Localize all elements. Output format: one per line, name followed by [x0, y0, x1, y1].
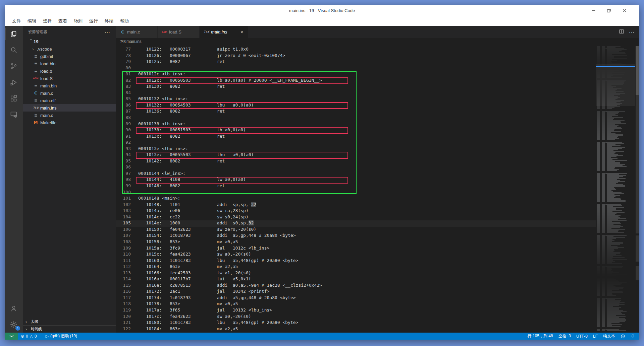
code-line-120: 120 1017c: fea42623 sw a0,-20(s0)	[116, 314, 596, 320]
tab-main.c[interactable]: Cmain.c	[116, 26, 158, 38]
minimap-line	[596, 56, 635, 56]
minimap-line	[596, 237, 635, 238]
tree-item-Makefile[interactable]: MMakefile	[23, 119, 116, 126]
tab-close-icon[interactable]: ×	[239, 29, 245, 35]
problems-status[interactable]: ⊘ 0 △ 0	[18, 333, 40, 340]
tree-item-main.o[interactable]: ≣main.o	[23, 112, 116, 119]
tree-item-main.elf[interactable]: ≣main.elf	[23, 97, 116, 104]
breadcrumb-item[interactable]: main.ins	[126, 39, 142, 44]
activity-run-and-debug-icon[interactable]	[5, 74, 23, 90]
instruction-text: 1015c: fea42623 sw a0,-20(s0)	[138, 252, 251, 258]
code-line-99: 99 10146: 8082 ret	[116, 183, 596, 190]
indentation[interactable]: 空格: 3	[556, 333, 574, 340]
minimap-line	[596, 159, 635, 160]
minimap-line	[596, 73, 635, 73]
minimap-line	[596, 204, 635, 205]
minimap-line	[596, 195, 635, 196]
eol[interactable]: LF	[590, 333, 600, 340]
remote-indicator[interactable]: ><	[5, 333, 18, 340]
encoding[interactable]: UTF-8	[574, 333, 590, 340]
menu-item-转到[interactable]: 转到	[70, 16, 86, 26]
activity-search-icon[interactable]	[5, 42, 23, 58]
tab-load.S[interactable]: ASMload.S	[158, 26, 200, 38]
minimap-line	[596, 219, 635, 220]
breadcrumb[interactable]: TEX main.ins	[116, 38, 639, 45]
notifications-bell-icon[interactable]	[628, 333, 639, 340]
activity-explorer-icon[interactable]	[5, 26, 23, 42]
instruction-text: 1013e: 00055503 lhu a0,0(a0)	[138, 152, 254, 158]
minimap-line	[596, 291, 635, 291]
split-editor-icon[interactable]	[619, 29, 624, 36]
minimize-button[interactable]	[590, 7, 597, 14]
sidebar-panel-时间线[interactable]: ›时间线	[23, 325, 116, 333]
tree-item-load.o[interactable]: ≣load.o	[23, 67, 116, 75]
instruction-text: 10136: 8082 ret	[138, 109, 225, 115]
titlebar[interactable]: main.ins - 19 - Visual Studio Code	[5, 5, 639, 16]
tab-main.ins[interactable]: TEXmain.ins×	[200, 26, 249, 38]
minimap-line	[596, 62, 635, 62]
minimap-line	[596, 112, 635, 113]
code-line-82: 82 1012c: 00050503 lb a0,0(a0) # 20000 <…	[116, 78, 596, 84]
minimap-line	[596, 130, 635, 131]
minimap-line	[596, 201, 635, 202]
settings-badge: 1	[15, 326, 20, 331]
minimap[interactable]	[596, 45, 635, 333]
activity-remote-explorer-icon[interactable]	[5, 107, 23, 123]
minimap-line	[596, 181, 635, 182]
minimap-line	[596, 301, 635, 301]
minimap-line	[596, 225, 635, 226]
explorer-more-actions-icon[interactable]: ···	[105, 29, 110, 35]
code-line-79: 79 1012a: 8082 ret	[116, 59, 596, 65]
minimap-line	[596, 276, 635, 276]
minimap-line	[596, 127, 635, 128]
line-number: 95	[116, 158, 135, 165]
restore-button[interactable]	[605, 7, 612, 14]
vertical-scrollbar[interactable]	[635, 45, 639, 333]
sidebar-panel-大纲[interactable]: ›大纲	[23, 318, 116, 325]
line-number: 98	[116, 177, 135, 183]
editor-more-actions-icon[interactable]: ···	[629, 29, 635, 35]
minimap-line	[596, 48, 635, 48]
tree-item-gdbinit[interactable]: ≣gdbinit	[23, 53, 116, 60]
minimap-line	[596, 287, 635, 287]
minimap-line	[596, 283, 635, 283]
tree-item-main.ins[interactable]: TEXmain.ins	[23, 104, 116, 112]
minimap-line	[596, 319, 635, 320]
activity-accounts-icon[interactable]	[5, 300, 23, 317]
tree-item-load.S[interactable]: ASMload.S	[23, 75, 116, 82]
tree-item-main.bin[interactable]: ≣main.bin	[23, 82, 116, 89]
line-number: 109	[116, 246, 135, 252]
minimap-line	[596, 292, 635, 292]
feedback-icon[interactable]	[618, 333, 628, 340]
minimap-line	[596, 139, 635, 140]
menu-item-编辑[interactable]: 编辑	[24, 16, 40, 26]
code-line-98: 98 10144: 4108 lw a0,0(a0)	[116, 177, 596, 183]
menu-item-帮助[interactable]: 帮助	[117, 16, 132, 26]
minimap-line	[596, 158, 635, 159]
menu-item-运行[interactable]: 运行	[86, 16, 101, 26]
instruction-text: 10166: fec42583 lw a1,-20(s0)	[138, 270, 251, 277]
minimap-line	[596, 93, 635, 93]
cursor-position[interactable]: 行 105，列 48	[525, 333, 556, 340]
line-number: 105	[116, 220, 135, 227]
activity-source-control-icon[interactable]	[5, 58, 23, 74]
scrollbar-thumb[interactable]	[636, 46, 639, 95]
menu-item-文件[interactable]: 文件	[9, 16, 24, 26]
menu-item-选择[interactable]: 选择	[40, 16, 55, 26]
tree-item-.vscode[interactable]: ›.vscode	[23, 45, 116, 53]
activity-extensions-icon[interactable]	[5, 90, 23, 107]
debug-status[interactable]: ▷ (gdb) 启动 (19)	[43, 333, 80, 340]
tree-root-folder[interactable]: ›19	[23, 38, 116, 45]
activity-settings-icon[interactable]: 1	[5, 317, 23, 333]
tree-item-load.bin[interactable]: ≣load.bin	[23, 60, 116, 67]
tree-item-main.c[interactable]: Cmain.c	[23, 89, 116, 97]
language-mode[interactable]: 纯文本	[600, 333, 618, 340]
code-editor[interactable]: 77 10122: 00000317 auipc t1,0x078 10126:…	[116, 45, 639, 333]
instruction-text: 10172: 2ac1 jal 10342 <printf>	[138, 289, 269, 295]
menu-item-终端[interactable]: 终端	[101, 16, 117, 26]
menu-item-查看[interactable]: 查看	[55, 16, 70, 26]
close-button[interactable]	[621, 7, 628, 14]
code-line-114: 114 1016a: 0001f7b7 lui a5,0x1f	[116, 276, 596, 283]
tab-bar: Cmain.cASMload.STEXmain.ins× ···	[116, 26, 639, 38]
minimap-line	[596, 323, 635, 324]
